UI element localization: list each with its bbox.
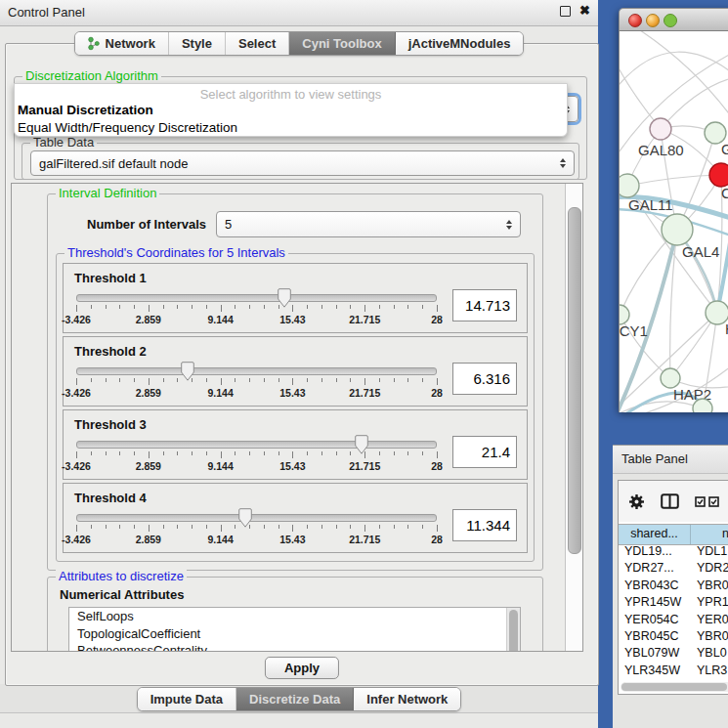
algorithm-option-equal-width[interactable]: Equal Width/Frequency Discretization <box>15 119 567 137</box>
attributes-scrollbar-thumb[interactable] <box>509 610 518 652</box>
attributes-title: Attributes to discretize <box>56 569 187 583</box>
slider-tick <box>192 525 193 529</box>
table-horizontal-scrollbar[interactable] <box>621 682 728 692</box>
checked-checkboxes-icon[interactable] <box>695 496 719 507</box>
table-row[interactable]: YBL079WYBL0 <box>619 646 728 663</box>
slider-thumb[interactable] <box>238 508 252 528</box>
table-row[interactable]: YBR043CYBR0 <box>619 578 728 595</box>
slider-tick <box>364 525 365 532</box>
threshold-value-field[interactable]: 21.4 <box>452 436 517 468</box>
table-row[interactable]: YPR145WYPR1 <box>619 595 728 612</box>
table-hscrollbar-thumb[interactable] <box>621 683 727 691</box>
slider-track[interactable] <box>76 294 437 302</box>
slider-tick <box>149 305 150 312</box>
tab-style[interactable]: Style <box>169 32 226 55</box>
slider-tick <box>177 451 178 455</box>
slider-track[interactable] <box>76 441 437 449</box>
mac-close-button[interactable] <box>628 14 642 27</box>
slider-tick <box>321 525 322 529</box>
slider-scale-label: 15.43 <box>279 314 305 325</box>
tab-infer-network[interactable]: Infer Network <box>354 688 460 710</box>
apply-button[interactable]: Apply <box>265 657 339 679</box>
hap2-node[interactable] <box>661 368 680 388</box>
gal80-node[interactable] <box>650 118 671 140</box>
gear-icon[interactable] <box>628 493 645 510</box>
threshold-value-field[interactable]: 14.713 <box>452 289 517 321</box>
cell-shared-name[interactable]: YDL19... <box>619 544 691 561</box>
slider-tick <box>364 305 365 312</box>
number-of-intervals-combobox[interactable]: 5 <box>216 211 521 237</box>
slider-tick <box>221 451 222 458</box>
cell-name[interactable]: YDR2 <box>691 561 728 578</box>
mac-zoom-button[interactable] <box>664 14 677 27</box>
slider-tick <box>278 451 279 455</box>
attributes-scrollbar[interactable] <box>506 608 520 652</box>
slider-track[interactable] <box>76 514 437 522</box>
cell-shared-name[interactable]: YBR043C <box>619 578 691 595</box>
slider-thumb[interactable] <box>355 435 368 454</box>
split-columns-icon[interactable] <box>661 493 679 509</box>
settings-scrollbar-thumb[interactable] <box>568 207 581 554</box>
column-header-name[interactable]: n <box>691 525 728 544</box>
cell-name[interactable]: YBL0 <box>691 646 728 663</box>
slider-tick <box>106 451 107 455</box>
table-row[interactable]: YDR27...YDR2 <box>619 561 728 578</box>
gal11-node[interactable] <box>620 174 639 197</box>
table-row[interactable]: YER054CYER0 <box>619 613 728 629</box>
tab-impute-data[interactable]: Impute Data <box>138 688 236 710</box>
attribute-item[interactable]: SelfLoops <box>69 608 520 625</box>
tab-cyni-toolbox[interactable]: Cyni Toolbox <box>289 32 395 55</box>
tab-network[interactable]: Network <box>75 32 169 55</box>
settings-scrollbar[interactable] <box>565 184 582 651</box>
slider-tick <box>292 305 293 312</box>
network-canvas[interactable]: GAL80G.CGAL11GAL4GCY1HHAP2 <box>619 31 728 412</box>
slider-tick <box>221 378 222 385</box>
tab-jactivemnodules[interactable]: jActiveMNodules <box>396 32 524 55</box>
cell-shared-name[interactable]: YPR145W <box>619 595 691 612</box>
red-node[interactable] <box>709 163 728 187</box>
float-window-icon[interactable] <box>560 6 571 17</box>
cell-shared-name[interactable]: YDR27... <box>619 561 691 578</box>
slider-tick <box>163 378 164 382</box>
network-view-window: GAL80G.CGAL11GAL4GCY1HHAP2 <box>619 8 728 410</box>
cell-name[interactable]: YPR1 <box>691 595 728 612</box>
tab-select[interactable]: Select <box>226 32 289 55</box>
column-header-shared-name[interactable]: shared... <box>619 525 691 544</box>
table-row[interactable]: YDL19...YDL1 <box>619 544 728 561</box>
cell-name[interactable]: YBR0 <box>691 578 728 595</box>
algorithm-option-manual[interactable]: Manual Discretization <box>15 102 567 119</box>
close-icon[interactable]: ✖ <box>579 5 590 17</box>
cell-shared-name[interactable]: YER054C <box>619 613 691 629</box>
table-row[interactable]: YLR345WYLR3 <box>619 664 728 680</box>
slider-tick <box>149 451 150 458</box>
slider-track[interactable] <box>76 367 437 375</box>
network-window-titlebar[interactable] <box>619 8 728 31</box>
gcy1-node[interactable] <box>620 305 629 324</box>
threshold-value-field[interactable]: 11.344 <box>452 509 517 541</box>
slider-scale-label: 9.144 <box>207 534 233 545</box>
cell-name[interactable]: YER0 <box>691 613 728 629</box>
attribute-item[interactable]: BetweennessCentrality <box>69 642 520 652</box>
cell-name[interactable]: YLR3 <box>691 664 728 680</box>
slider-tick <box>134 378 135 382</box>
tab-discretize-data[interactable]: Discretize Data <box>236 688 354 710</box>
table-toolbar <box>619 481 728 522</box>
mac-minimize-button[interactable] <box>646 14 660 27</box>
slider-thumb[interactable] <box>278 288 291 308</box>
slider-tick <box>278 378 279 382</box>
cell-shared-name[interactable]: YLR345W <box>619 664 691 680</box>
cell-name[interactable]: YDL1 <box>691 544 728 561</box>
table-row[interactable]: YBR045CYBR0 <box>619 629 728 646</box>
attribute-item[interactable]: TopologicalCoefficient <box>69 625 520 643</box>
settings-viewport: Interval Definition Number of Intervals … <box>11 183 583 652</box>
bottom-node[interactable] <box>693 399 712 412</box>
cell-shared-name[interactable]: YBL079W <box>619 646 691 663</box>
gal4-node[interactable] <box>662 214 693 245</box>
cell-name[interactable]: YBR0 <box>691 629 728 646</box>
slider-scale-label: 15.43 <box>279 460 305 472</box>
slider-thumb[interactable] <box>181 362 194 381</box>
cell-shared-name[interactable]: YBR045C <box>619 629 691 646</box>
interval-definition-group: Interval Definition Number of Intervals … <box>47 193 543 571</box>
threshold-value-field[interactable]: 6.316 <box>452 363 517 395</box>
table-data-combobox[interactable]: galFiltered.sif default node <box>30 150 575 176</box>
